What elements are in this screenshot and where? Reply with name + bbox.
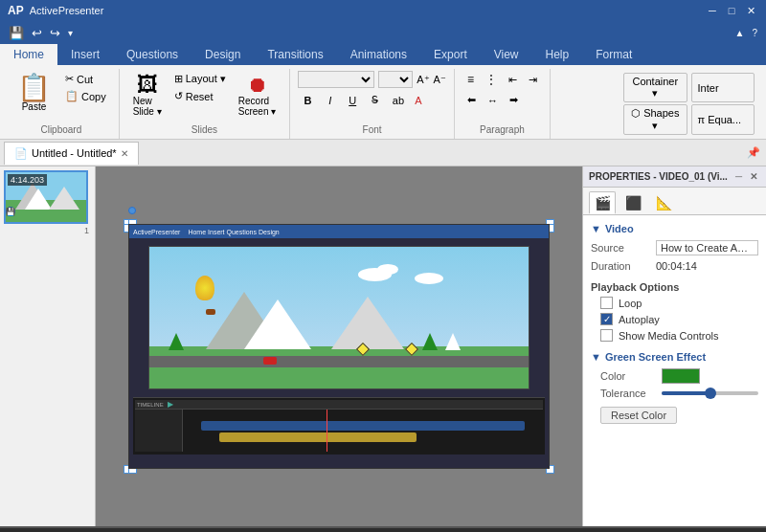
ribbon-content: 📋 Paste ✂ Cut 📋 Copy Clipboard — [0, 65, 766, 139]
inner-timeline: TIMELINE ▶ — [133, 397, 545, 454]
video-section-title: Video — [605, 223, 634, 234]
pin-view-button[interactable]: 📌 — [741, 144, 766, 161]
color-swatch[interactable] — [662, 368, 700, 384]
tab-animations[interactable]: Animations — [337, 44, 420, 65]
qat-undo-button[interactable]: ↩ — [29, 24, 45, 42]
reset-color-button[interactable]: Reset Color — [600, 407, 677, 424]
slides-items: 🖼 NewSlide ▾ ⊞ Layout ▾ ↺ Reset ⏺ Record… — [127, 71, 282, 122]
font-shrink-button[interactable]: A⁻ — [434, 74, 446, 86]
ribbon-group-clipboard: 📋 Paste ✂ Cut 📋 Copy Clipboard — [4, 69, 120, 139]
video-section-header[interactable]: ▼ Video — [591, 223, 758, 234]
reset-button[interactable]: ↺ Reset — [169, 88, 231, 104]
ribbon-right-group: Container ▾ Inter ⬡ Shapes ▾ π Equa... — [616, 69, 762, 139]
green-screen-section-title: Green Screen Effect — [605, 351, 706, 363]
tab-design[interactable]: Design — [192, 44, 254, 65]
app-title: ActivePresenter — [30, 5, 104, 16]
tolerance-thumb[interactable] — [705, 388, 716, 399]
ribbon-group-paragraph: ≡ ⋮ ⇤ ⇥ ⬅ ↔ ➡ Paragraph — [455, 69, 551, 139]
show-controls-checkbox[interactable] — [600, 329, 613, 342]
clipboard-items: 📋 Paste ✂ Cut 📋 Copy — [11, 71, 111, 122]
tab-home[interactable]: Home — [0, 44, 57, 65]
copy-button[interactable]: 📋 Copy — [60, 88, 111, 104]
font-size-select[interactable] — [378, 71, 413, 88]
source-value[interactable]: How to Create Ani... — [656, 240, 758, 255]
properties-header: PROPERTIES - VIDEO_01 (Vi... ─ ✕ — [583, 166, 766, 188]
layout-button[interactable]: ⊞ Layout ▾ — [169, 71, 231, 87]
loop-checkbox[interactable] — [600, 297, 613, 309]
layout-reset-group: ⊞ Layout ▾ ↺ Reset — [169, 71, 231, 104]
container-button[interactable]: Container ▾ — [623, 73, 687, 102]
properties-tab-layout[interactable]: 📐 — [650, 191, 677, 214]
tolerance-slider[interactable] — [662, 391, 758, 395]
cut-copy-group: ✂ Cut 📋 Copy — [60, 71, 111, 104]
equations-button[interactable]: π Equa... — [691, 104, 755, 135]
video-section: ▼ Video Source How to Create Ani... Dura… — [591, 223, 758, 272]
autoplay-row: ✓ Autoplay — [591, 313, 758, 325]
align-right-button[interactable]: ➡ — [505, 92, 523, 108]
minimize-button[interactable]: ─ — [705, 3, 720, 18]
color-label: Color — [600, 370, 656, 382]
tab-export[interactable]: Export — [420, 44, 481, 65]
qat-save-button[interactable]: 💾 — [6, 24, 27, 42]
slide-canvas[interactable]: ActivePresenter Home Insert Questions De… — [128, 224, 550, 469]
shapes-button[interactable]: ⬡ Shapes ▾ — [623, 104, 687, 135]
collapse-ribbon-button[interactable]: ▲ — [732, 26, 748, 40]
strikethrough-button[interactable]: S̶ — [365, 92, 384, 108]
align-left-button[interactable]: ⬅ — [462, 92, 481, 108]
font-color-button[interactable]: A — [410, 93, 429, 108]
bold-button[interactable]: B — [298, 93, 317, 108]
align-center-button[interactable]: ↔ — [483, 92, 503, 108]
properties-title: PROPERTIES - VIDEO_01 (Vi... — [589, 171, 728, 182]
font-family-select[interactable] — [298, 71, 374, 88]
paragraph-label: Paragraph — [480, 124, 525, 137]
green-screen-section-header[interactable]: ▼ Green Screen Effect — [591, 351, 758, 363]
properties-tab-video[interactable]: 🎬 — [589, 191, 616, 214]
document-tab-close[interactable]: ✕ — [121, 148, 128, 159]
slide-container: ActivePresenter Home Insert Questions De… — [128, 224, 550, 469]
font-grow-button[interactable]: A⁺ — [417, 74, 429, 86]
main-area: 4:14.203 💾 1 — [0, 166, 766, 526]
handle-rotate[interactable] — [128, 207, 136, 214]
ribbon: 📋 Paste ✂ Cut 📋 Copy Clipboard — [0, 65, 766, 140]
tab-insert[interactable]: Insert — [57, 44, 113, 65]
canvas-area[interactable]: ActivePresenter Home Insert Questions De… — [96, 166, 582, 526]
document-tab[interactable]: 📄 Untitled - Untitled* ✕ — [4, 142, 139, 165]
highlight-button[interactable]: ab — [388, 93, 407, 108]
cut-button[interactable]: ✂ Cut — [60, 71, 111, 87]
new-slide-icon: 🖼 — [137, 75, 158, 96]
tab-format[interactable]: Format — [582, 44, 645, 65]
maximize-button[interactable]: □ — [724, 3, 739, 18]
bullets-button[interactable]: ≡ — [462, 71, 479, 88]
tab-transitions[interactable]: Transitions — [254, 44, 336, 65]
paste-button[interactable]: 📋 Paste — [11, 71, 56, 116]
qat-more-button[interactable]: ▾ — [65, 26, 76, 40]
slide-time: 4:14.203 — [8, 174, 47, 186]
indent-increase-button[interactable]: ⇥ — [524, 71, 542, 88]
underline-button[interactable]: U — [343, 93, 362, 108]
tab-questions[interactable]: Questions — [113, 44, 192, 65]
tab-view[interactable]: View — [481, 44, 532, 65]
new-slide-label: NewSlide ▾ — [133, 96, 162, 117]
title-bar-controls[interactable]: ─ □ ✕ — [705, 3, 758, 18]
italic-button[interactable]: I — [321, 93, 340, 108]
close-button[interactable]: ✕ — [743, 3, 758, 18]
new-slide-button[interactable]: 🖼 NewSlide ▾ — [127, 71, 168, 121]
properties-tab-transform[interactable]: ⬛ — [620, 191, 646, 214]
font-label: Font — [363, 124, 382, 137]
numbering-button[interactable]: ⋮ — [481, 71, 502, 88]
slide-thumbnail[interactable]: 4:14.203 💾 — [4, 170, 91, 224]
duration-value: 00:04:14 — [656, 260, 758, 272]
title-bar: AP ActivePresenter ─ □ ✕ — [0, 0, 766, 21]
inter-button[interactable]: Inter — [691, 73, 755, 102]
record-screen-button[interactable]: ⏺ RecordScreen ▾ — [233, 71, 282, 121]
tolerance-label: Tolerance — [600, 388, 656, 399]
indent-decrease-button[interactable]: ⇤ — [504, 71, 522, 88]
properties-close-button[interactable]: ✕ — [747, 170, 760, 183]
qat-redo-button[interactable]: ↪ — [47, 24, 63, 42]
help-button[interactable]: ? — [749, 26, 760, 40]
tab-help[interactable]: Help — [532, 44, 583, 65]
video-chevron-icon: ▼ — [591, 223, 601, 234]
autoplay-checkbox[interactable]: ✓ — [600, 313, 613, 325]
properties-pin-button[interactable]: ─ — [732, 170, 745, 183]
properties-body: ▼ Video Source How to Create Ani... Dura… — [583, 215, 766, 526]
